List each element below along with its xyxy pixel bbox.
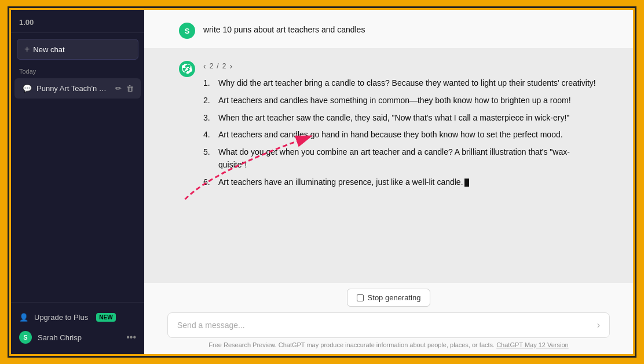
nav-next-arrow[interactable]: ›	[229, 60, 232, 72]
pun-text-3: When the art teacher saw the candle, the…	[218, 112, 569, 125]
chat-history-item[interactable]: 💬 Punny Art Teach'n Can ✏ 🗑	[14, 78, 141, 99]
sidebar-bottom: 👤 Upgrade to Plus NEW S Sarah Chrisp •••	[11, 302, 144, 354]
user-avatar-small: S	[19, 331, 32, 344]
pun-num-2: 2.	[203, 94, 214, 107]
pun-num-1: 1.	[203, 77, 214, 90]
pun-list: 1. Why did the art teacher bring a candl…	[203, 77, 598, 188]
pun-item-5: 5. What do you get when you combine an a…	[203, 146, 598, 171]
pun-text-6: Art teachers have an illuminating presen…	[218, 176, 469, 189]
plus-icon: +	[24, 44, 30, 54]
pun-item-3: 3. When the art teacher saw the candle, …	[203, 112, 598, 125]
footer-text: Free Research Preview. ChatGPT may produ…	[167, 341, 610, 351]
version-label: 1.00	[19, 18, 34, 27]
stop-generating-button[interactable]: Stop generating	[347, 289, 431, 307]
chat-icon: 💬	[23, 84, 32, 93]
upgrade-to-plus-button[interactable]: 👤 Upgrade to Plus NEW	[11, 308, 144, 326]
user-name: Sarah Chrisp	[38, 333, 82, 342]
stop-btn-label: Stop generating	[368, 293, 421, 302]
main-chat-area: S write 10 puns about art teachers and c…	[144, 10, 633, 354]
upgrade-badge: NEW	[96, 313, 115, 322]
pun-text-2: Art teachers and candles have something …	[218, 94, 571, 107]
pun-item-4: 4. Art teachers and candles go hand in h…	[203, 129, 598, 141]
user-avatar: S	[179, 23, 195, 39]
today-label: Today	[11, 63, 144, 77]
edit-icon[interactable]: ✏	[114, 83, 123, 94]
chat-item-actions: ✏ 🗑	[114, 83, 135, 94]
pun-num-3: 3.	[203, 112, 214, 125]
nav-total: 2	[222, 61, 226, 72]
upgrade-label: Upgrade to Plus	[34, 313, 88, 322]
nav-separator: /	[217, 61, 218, 72]
sidebar-header: 1.00	[11, 10, 144, 33]
stop-generating-row: Stop generating	[167, 289, 610, 307]
nav-prev-arrow[interactable]: ‹	[203, 60, 206, 72]
pun-num-6: 6.	[203, 176, 214, 189]
chat-panel: S write 10 puns about art teachers and c…	[144, 10, 633, 354]
pun-item-1: 1. Why did the art teacher bring a candl…	[203, 77, 598, 90]
message-input-row[interactable]: Send a message... ›	[167, 312, 610, 338]
user-profile-item[interactable]: S Sarah Chrisp •••	[11, 326, 144, 348]
user-message-text: write 10 puns about art teachers and can…	[203, 21, 365, 36]
user-menu-dots[interactable]: •••	[126, 332, 136, 343]
pun-text-4: Art teachers and candles go hand in hand…	[218, 129, 563, 141]
new-chat-button[interactable]: + New chat	[17, 39, 138, 60]
stop-icon	[357, 294, 364, 301]
pun-num-5: 5.	[203, 146, 214, 171]
person-icon: 👤	[19, 313, 28, 322]
pun-item-6: 6. Art teachers have an illuminating pre…	[203, 176, 598, 189]
pun-item-2: 2. Art teachers and candles have somethi…	[203, 94, 598, 107]
ai-message-row: ‹ 2 / 2 › 1. Why did the art teacher bri…	[144, 48, 633, 283]
footer-link[interactable]: ChatGPT May 12 Version	[496, 341, 569, 348]
ai-avatar	[179, 61, 195, 77]
pun-text-5: What do you get when you combine an art …	[218, 146, 598, 171]
ai-message-content: ‹ 2 / 2 › 1. Why did the art teacher bri…	[203, 60, 598, 193]
pun-num-4: 4.	[203, 129, 214, 141]
sidebar: 1.00 + New chat Today 💬 Punny Art Teach'…	[11, 10, 144, 354]
delete-icon[interactable]: 🗑	[125, 83, 135, 94]
cursor-block	[464, 179, 469, 187]
message-list: S write 10 puns about art teachers and c…	[144, 10, 633, 283]
message-input-placeholder[interactable]: Send a message...	[177, 321, 597, 330]
user-message-row: S write 10 puns about art teachers and c…	[144, 10, 633, 48]
chat-bottom: Stop generating Send a message... › Free…	[144, 283, 633, 354]
send-icon[interactable]: ›	[597, 320, 600, 330]
ai-message-nav: ‹ 2 / 2 ›	[203, 60, 598, 72]
chat-item-label: Punny Art Teach'n Can	[36, 84, 109, 93]
pun-text-1: Why did the art teacher bring a candle t…	[218, 77, 596, 90]
nav-current: 2	[210, 61, 214, 72]
new-chat-label: New chat	[33, 45, 64, 54]
